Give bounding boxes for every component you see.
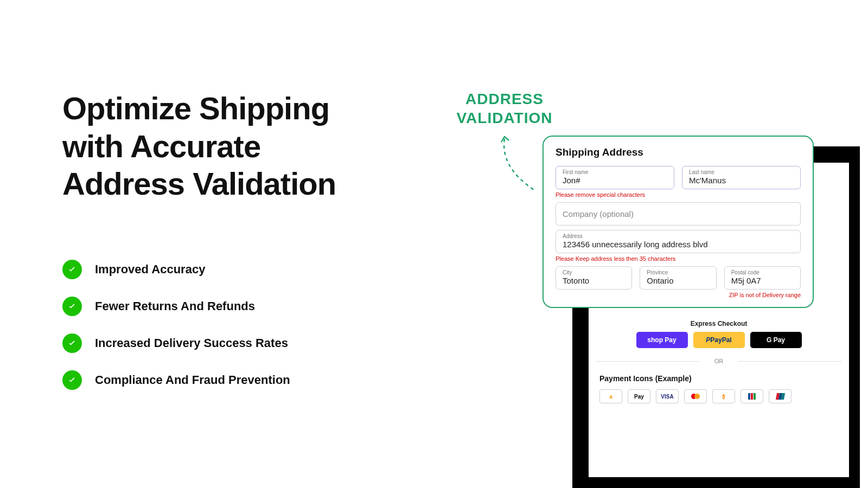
address-label: Address (563, 233, 794, 239)
last-name-label: Last name (689, 169, 794, 175)
visa-icon: VISA (656, 389, 679, 403)
first-name-field[interactable]: First name (556, 166, 674, 189)
mastercard-icon (684, 389, 707, 403)
benefit-text: Improved Accuracy (95, 262, 205, 277)
zip-error: ZIP is not of Delivery range (556, 292, 801, 298)
arrow-icon (499, 134, 542, 194)
paypal-button[interactable]: P PayPal (693, 332, 745, 348)
last-name-field[interactable]: Last name (682, 166, 801, 189)
benefit-text: Compliance And Fraud Prevention (95, 373, 290, 387)
payment-icons-title: Payment Icons (Example) (599, 374, 841, 383)
check-icon (62, 370, 82, 390)
callout-label: ADDRESS VALIDATION (450, 89, 559, 127)
province-field[interactable]: Province (640, 266, 716, 290)
shop-pay-label: shop Pay (647, 336, 676, 344)
unionpay-icon (769, 389, 792, 403)
benefits-list: Improved Accuracy Fewer Returns And Refu… (62, 260, 366, 390)
address-input[interactable] (563, 239, 794, 249)
check-icon (62, 333, 82, 353)
benefit-text: Increased Delivery Success Rates (95, 336, 288, 350)
city-field[interactable]: City (556, 266, 632, 290)
check-icon (62, 297, 82, 316)
bitcoin-icon: ₿ (712, 389, 735, 403)
province-input[interactable] (647, 275, 709, 285)
company-input[interactable] (556, 202, 801, 226)
check-icon (62, 260, 82, 279)
address-field[interactable]: Address (556, 230, 801, 253)
payment-icons-row: a Pay VISA ₿ (599, 389, 841, 403)
benefit-item: Compliance And Fraud Prevention (62, 370, 366, 390)
postal-label: Postal code (731, 269, 794, 275)
jcb-icon (741, 389, 763, 403)
benefit-item: Increased Delivery Success Rates (62, 333, 366, 353)
address-error: Please Keep address less then 35 charact… (556, 255, 801, 262)
or-divider: OR (596, 358, 841, 364)
paypal-label: PayPal (710, 336, 731, 344)
last-name-input[interactable] (689, 175, 794, 185)
gpay-label: G Pay (767, 336, 785, 344)
amazon-icon: a (599, 389, 622, 403)
benefit-item: Fewer Returns And Refunds (62, 297, 366, 316)
shop-pay-button[interactable]: shop Pay (636, 332, 688, 348)
first-name-input[interactable] (563, 175, 667, 185)
benefit-item: Improved Accuracy (62, 260, 366, 279)
shipping-address-card: Shipping Address First name Last name Pl… (542, 136, 814, 308)
first-name-label: First name (563, 169, 667, 175)
apple-pay-icon: Pay (628, 389, 650, 403)
postal-field[interactable]: Postal code (724, 266, 801, 290)
province-label: Province (647, 269, 709, 275)
benefit-text: Fewer Returns And Refunds (95, 299, 255, 313)
hero-title: Optimize Shipping with Accurate Address … (62, 89, 366, 203)
name-error: Please remove special characters (556, 191, 801, 198)
express-checkout-label: Express Checkout (596, 320, 841, 328)
card-title: Shipping Address (556, 146, 801, 158)
city-input[interactable] (563, 275, 625, 285)
city-label: City (563, 269, 625, 275)
postal-input[interactable] (731, 275, 794, 285)
gpay-button[interactable]: G Pay (750, 332, 802, 348)
